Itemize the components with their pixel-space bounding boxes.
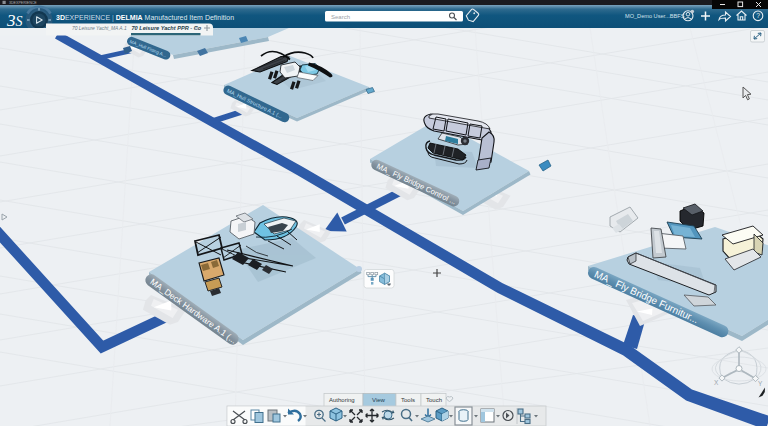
svg-text:MO_Demo User...BBFS: MO_Demo User...BBFS xyxy=(625,13,685,19)
svg-text:70 Leisure Yacht_MA A.1: 70 Leisure Yacht_MA A.1 xyxy=(72,26,127,31)
svg-text:X: X xyxy=(714,379,719,386)
svg-text:Search: Search xyxy=(331,14,350,20)
svg-text:70 Leisure Yacht PPR - Co: 70 Leisure Yacht PPR - Co xyxy=(132,25,202,31)
svg-text:Authoring: Authoring xyxy=(329,397,355,403)
svg-text:Touch: Touch xyxy=(426,397,442,403)
svg-text:Y: Y xyxy=(758,380,763,387)
svg-text:3: 3 xyxy=(6,11,16,30)
svg-text:Tools: Tools xyxy=(401,397,415,403)
svg-text:View: View xyxy=(372,397,386,403)
svg-text:3DEXPERIENCE | DELMIA Manufact: 3DEXPERIENCE | DELMIA Manufactured Item … xyxy=(56,14,234,22)
svg-text:3DEXPERIENCE: 3DEXPERIENCE xyxy=(9,1,37,5)
svg-text:S: S xyxy=(16,14,23,29)
svg-text:?: ? xyxy=(756,12,760,19)
